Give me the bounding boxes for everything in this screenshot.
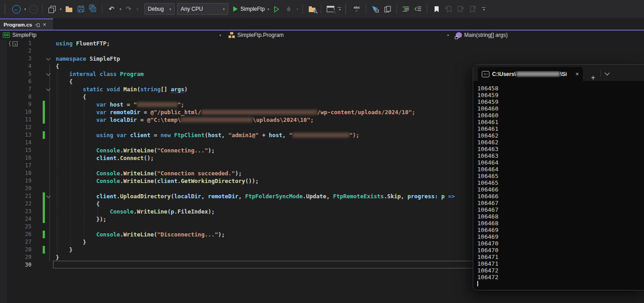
cursor-select-button[interactable]: [370, 3, 380, 15]
terminal-tab[interactable]: C:\ C:\Users\\Si ×: [478, 67, 583, 81]
code-line[interactable]: 2: [0, 47, 644, 55]
undo-icon: ↶: [109, 5, 115, 13]
toggle-bookmark-button[interactable]: [431, 3, 441, 15]
hot-reload-caret[interactable]: ▾: [297, 7, 298, 11]
navigate-back-button[interactable]: ←: [11, 3, 21, 15]
fold-chevron-icon[interactable]: [46, 87, 51, 91]
code-line[interactable]: 1using FluentFTP;: [0, 40, 644, 47]
code-text: {: [56, 200, 100, 208]
spell-checker-icon: abc✓: [354, 6, 360, 13]
solution-platform-dropdown[interactable]: Any CPU ▾: [177, 3, 228, 15]
new-tab-button[interactable]: +: [591, 75, 595, 81]
clear-bookmarks-button[interactable]: [468, 3, 478, 15]
copy-document-button[interactable]: [382, 3, 392, 15]
line-number[interactable]: 1: [0, 40, 31, 47]
navigate-forward-button[interactable]: →: [28, 3, 38, 15]
format-selection-button[interactable]: [413, 3, 423, 15]
fold-chevron-icon[interactable]: [46, 194, 51, 198]
spell-checker-button[interactable]: abc✓: [352, 3, 362, 15]
line-number[interactable]: 29: [0, 254, 31, 261]
line-number[interactable]: 7: [0, 85, 31, 93]
line-number[interactable]: 12: [0, 124, 31, 131]
line-number[interactable]: 26: [0, 231, 31, 238]
pin-icon[interactable]: [35, 23, 40, 27]
line-number[interactable]: 9: [0, 101, 31, 108]
bookmark-icon: [434, 6, 440, 13]
line-number[interactable]: 19: [0, 177, 31, 185]
line-number[interactable]: 2: [0, 47, 31, 55]
breadcrumb-project-label: SimpleFtp: [12, 32, 36, 38]
fold-chevron-icon[interactable]: [46, 71, 51, 76]
line-number[interactable]: 22: [0, 200, 31, 208]
new-project-button[interactable]: [47, 3, 57, 15]
terminal-output-line: 106471: [477, 254, 644, 260]
line-number[interactable]: 23: [0, 208, 31, 215]
line-number[interactable]: 11: [0, 116, 31, 124]
line-number[interactable]: 14: [0, 139, 31, 147]
close-icon[interactable]: ×: [575, 71, 579, 77]
breadcrumb-project[interactable]: C# SimpleFtp: [3, 31, 36, 40]
change-tracking-bar: [43, 108, 45, 116]
save-all-icon: [89, 5, 97, 13]
breadcrumb-member[interactable]: Main(string[] args): [456, 31, 508, 40]
line-number[interactable]: 13: [0, 131, 31, 139]
line-number[interactable]: 24: [0, 215, 31, 223]
line-number[interactable]: 16: [0, 154, 31, 162]
line-number[interactable]: 10: [0, 108, 31, 116]
fold-chevron-icon[interactable]: [46, 56, 51, 61]
next-bookmark-button[interactable]: [456, 3, 466, 15]
open-file-button[interactable]: [64, 3, 74, 15]
previous-bookmark-button[interactable]: [444, 3, 453, 15]
home-window-button[interactable]: ⌂: [325, 3, 335, 15]
back-dropdown-caret[interactable]: ▾: [24, 7, 26, 11]
lock-icon: [455, 36, 458, 39]
save-button[interactable]: [76, 3, 86, 15]
line-number[interactable]: 30: [0, 261, 31, 269]
toolbar-overflow-icon[interactable]: ▾: [338, 7, 341, 11]
format-document-button[interactable]: [401, 3, 411, 15]
close-icon[interactable]: ×: [43, 22, 46, 27]
terminal-output-line: 106470: [477, 247, 644, 254]
save-all-button[interactable]: [88, 3, 98, 15]
redo-button[interactable]: ↷: [124, 3, 133, 15]
line-number[interactable]: 17: [0, 162, 31, 169]
chevron-down-icon[interactable]: ▾: [219, 33, 221, 37]
line-number[interactable]: 25: [0, 223, 31, 231]
line-number[interactable]: 4: [0, 62, 31, 70]
line-number[interactable]: 3: [0, 55, 31, 62]
start-without-debugging-button[interactable]: [271, 3, 281, 15]
navigation-bar: C# SimpleFtp ▾ SimpleFtp.Program ▾ Main(…: [0, 31, 644, 40]
toolbar-separator: [302, 4, 303, 14]
redo-caret[interactable]: ▾: [137, 7, 138, 11]
toolbar-grip[interactable]: [4, 4, 7, 14]
tab-program-cs[interactable]: Program.cs ×: [0, 18, 53, 30]
terminal-output[interactable]: 1064581064591064591064601064601064611064…: [473, 81, 644, 288]
line-number[interactable]: 8: [0, 93, 31, 101]
toolbar-overflow-icon[interactable]: ▾: [482, 7, 485, 11]
line-number[interactable]: 28: [0, 246, 31, 254]
terminal-dropdown-icon[interactable]: [605, 70, 610, 75]
change-tracking-bar: [43, 215, 45, 223]
undo-button[interactable]: ↶: [107, 3, 116, 15]
code-line[interactable]: 3namespace SimpleFtp: [0, 55, 644, 62]
line-number[interactable]: 5: [0, 70, 31, 78]
line-number[interactable]: 6: [0, 78, 31, 85]
chevron-down-icon[interactable]: ▾: [447, 33, 449, 37]
terminal-output-line: 106461: [477, 119, 644, 125]
breadcrumb-type[interactable]: SimpleFtp.Program: [228, 31, 284, 40]
line-number[interactable]: 27: [0, 238, 31, 246]
hot-reload-button[interactable]: [284, 3, 293, 15]
new-project-caret[interactable]: ▾: [60, 7, 62, 11]
start-debugging-button[interactable]: SimpleFtp ▾: [233, 3, 269, 15]
line-number[interactable]: 21: [0, 192, 31, 200]
line-number[interactable]: 18: [0, 169, 31, 177]
toolbar-separator: [102, 4, 102, 14]
undo-caret[interactable]: ▾: [120, 7, 121, 11]
solution-configuration-dropdown[interactable]: Debug ▾: [144, 3, 175, 15]
line-number[interactable]: 15: [0, 147, 31, 154]
find-in-files-button[interactable]: [307, 3, 317, 15]
terminal-window[interactable]: C:\ C:\Users\\Si × + 1064581064591064591…: [473, 64, 644, 290]
line-number[interactable]: 20: [0, 185, 31, 192]
toolbar-grip[interactable]: [345, 4, 348, 14]
terminal-output-line: 106460: [477, 112, 644, 119]
